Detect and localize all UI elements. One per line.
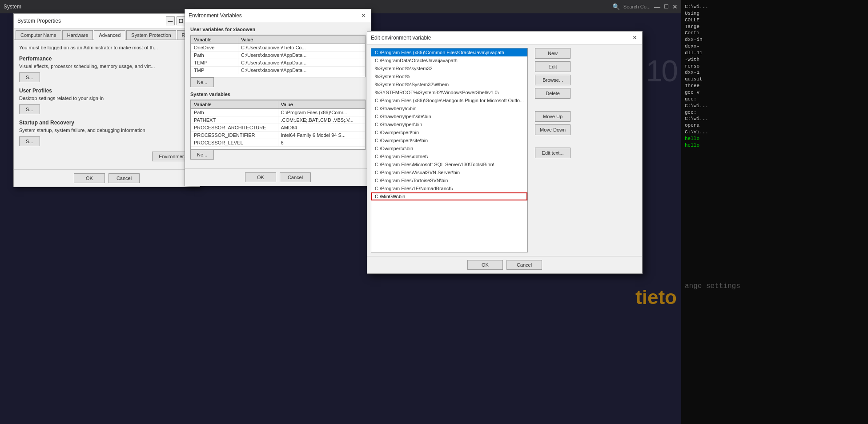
search-icon: 🔍 [612, 3, 620, 10]
edit-env-item[interactable]: C:\Dwimperl\perl\bin [371, 128, 527, 136]
user-var-row[interactable]: TEMP C:\Users\xiaoowen\AppData... [191, 59, 365, 67]
move-up-button[interactable]: Move Up [535, 111, 571, 122]
env-vars-cancel-button[interactable]: Cancel [280, 172, 311, 182]
user-var-value: C:\Users\xiaoowen\AppData... [238, 52, 365, 59]
user-var-name: Path [191, 52, 238, 59]
terminal-background: C:\Wi... Using COLLE Targe Confi dxx-in … [681, 0, 868, 424]
sys-table-header-variable: Variable [191, 100, 278, 109]
user-var-row[interactable]: Path C:\Users\xiaoowen\AppData... [191, 52, 365, 59]
edit-env-item[interactable]: %SystemRoot%\System32\Wbem [371, 80, 527, 88]
user-profiles-settings-button[interactable]: S... [19, 104, 40, 114]
terminal-line: dxx-in [685, 36, 864, 43]
close-window-button[interactable]: ✕ [672, 3, 678, 10]
system-props-cancel-button[interactable]: Cancel [108, 173, 140, 183]
system-new-button[interactable]: Ne... [190, 150, 214, 160]
user-variables-section-title: User variables for xiaoowen [190, 27, 366, 32]
system-variables-table-wrapper: Variable Value Path C:\Program Files (x8… [190, 100, 366, 150]
edit-env-item[interactable]: %SystemRoot% [371, 72, 527, 80]
edit-env-close-button[interactable]: × [631, 34, 639, 41]
tab-computer-name[interactable]: Computer Name [16, 30, 61, 40]
startup-settings-button[interactable]: S... [19, 136, 40, 146]
edit-env-list[interactable]: C:\Program Files (x86)\Common Files\Orac… [371, 48, 528, 252]
edit-env-ok-button[interactable]: OK [467, 260, 503, 270]
edit-env-item[interactable]: C:\Program Files\Microsoft SQL Server\13… [371, 160, 527, 168]
system-variables-section-title: System variables [190, 92, 366, 97]
user-var-row[interactable]: OneDrive C:\Users\xiaoowen\Tieto Co... [191, 44, 365, 52]
move-down-button[interactable]: Move Down [535, 124, 571, 135]
edit-env-titlebar: Edit environment variable × [367, 32, 642, 44]
tab-advanced[interactable]: Advanced [94, 30, 125, 40]
sys-var-name: PATHEXT [191, 116, 278, 124]
sys-var-row[interactable]: PROCESSOR_LEVEL 6 [191, 139, 365, 147]
edit-env-cancel-button[interactable]: Cancel [506, 260, 542, 270]
sys-var-row[interactable]: Path C:\Program Files (x86)\Comr... [191, 109, 365, 116]
search-placeholder: Search Co... [623, 4, 651, 9]
edit-env-item[interactable]: %SYSTEMROOT%\System32\WindowsPowerShell\… [371, 88, 527, 96]
system-props-minimize[interactable]: ― [166, 16, 175, 25]
sys-var-name: Path [191, 109, 278, 116]
terminal-line: renso [685, 63, 864, 70]
performance-desc: Visual effects, processor scheduling, me… [19, 64, 194, 69]
admin-text: You must be logged on as an Administrato… [19, 44, 194, 51]
system-props-maximize[interactable]: ☐ [177, 16, 185, 25]
delete-env-button[interactable]: Delete [535, 88, 571, 99]
edit-env-item[interactable]: %SystemRoot%\system32 [371, 64, 527, 72]
user-var-name: OneDrive [191, 44, 238, 52]
user-var-row[interactable]: TMP C:\Users\xiaoowen\AppData... [191, 67, 365, 74]
terminal-line: Targe [685, 24, 864, 30]
terminal-line: C:\Wi... [685, 4, 864, 10]
user-new-button[interactable]: Ne... [190, 77, 214, 87]
performance-heading: Performance [19, 56, 194, 62]
edit-env-item[interactable]: C:\Strawberry\c\bin [371, 104, 527, 112]
system-props-content: You must be logged on as an Administrato… [14, 40, 200, 169]
tieto-brand: tieto [635, 286, 677, 308]
edit-env-item[interactable]: C:\Strawberry\perl\site\bin [371, 112, 527, 120]
startup-heading: Startup and Recovery [19, 120, 194, 126]
user-var-value: C:\Users\xiaoowen\AppData... [238, 67, 365, 74]
env-vars-ok-button[interactable]: OK [245, 172, 276, 182]
edit-env-item[interactable]: C:\ProgramData\Oracle\Java\javapath [371, 56, 527, 64]
edit-env-item[interactable]: C:\Strawberry\perl\bin [371, 120, 527, 128]
terminal-line: -with [685, 56, 864, 63]
sys-var-row[interactable]: PATHEXT .COM;.EXE;.BAT;.CMD;.VBS;.V... [191, 116, 365, 124]
terminal-line: hello [685, 142, 864, 149]
edit-env-item[interactable]: C:\Program Files\TortoiseSVN\bin [371, 176, 527, 184]
edit-env-item[interactable]: C:\Program Files\1E\NomadBranch\ [371, 184, 527, 192]
edit-env-item[interactable]: C:\Program Files\VisualSVN Server\bin [371, 168, 527, 176]
tab-system-protection[interactable]: System Protection [126, 30, 176, 40]
environment-variables-dialog: Environment Variables × User variables f… [185, 9, 371, 186]
sys-var-row[interactable]: PROCESSOR_ARCHITECTURE AMD64 [191, 124, 365, 132]
terminal-line: opera [685, 122, 864, 129]
browse-env-button[interactable]: Browse... [535, 75, 571, 85]
terminal-line: Using [685, 10, 864, 17]
edit-env-item[interactable]: C:\Dwimperl\perl\site\bin [371, 136, 527, 144]
maximize-button[interactable]: ☐ [664, 4, 669, 10]
edit-env-button[interactable]: Edit [535, 61, 571, 72]
edit-env-item[interactable]: C:\Dwimperl\c\bin [371, 144, 527, 152]
edit-env-item-editing[interactable] [371, 192, 527, 200]
performance-settings-button[interactable]: S... [19, 72, 40, 82]
terminal-line: C:\Vi... [685, 129, 864, 136]
minimize-button[interactable]: ― [654, 3, 660, 10]
env-vars-titlebar: Environment Variables × [185, 9, 371, 22]
tab-hardware[interactable]: Hardware [62, 30, 93, 40]
sys-table-header-value: Value [278, 100, 365, 109]
edit-env-item[interactable]: C:\Program Files\dotnet\ [371, 152, 527, 160]
user-profiles-heading: User Profiles [19, 88, 194, 94]
edit-env-input[interactable] [375, 194, 524, 199]
system-vars-buttons: Ne... [190, 150, 366, 160]
user-variables-table: Variable Value OneDrive C:\Users\xiaoowe… [191, 35, 365, 74]
sys-var-row[interactable]: PROCESSOR_IDENTIFIER Intel64 Family 6 Mo… [191, 132, 365, 139]
system-props-ok-button[interactable]: OK [74, 173, 105, 183]
system-title: System [4, 4, 21, 10]
edit-text-button[interactable]: Edit text... [535, 148, 571, 158]
new-env-button[interactable]: New [535, 48, 571, 59]
env-vars-close-button[interactable]: × [360, 12, 367, 19]
user-profiles-desc: Desktop settings related to your sign-in [19, 96, 194, 101]
env-vars-content: User variables for xiaoowen Variable Val… [185, 22, 371, 168]
edit-env-item[interactable]: C:\Program Files (x86)\Google\Hangouts P… [371, 96, 527, 104]
terminal-line: Three [685, 83, 864, 89]
system-variables-table: Variable Value Path C:\Program Files (x8… [191, 100, 365, 147]
edit-env-item[interactable]: C:\Program Files (x86)\Common Files\Orac… [371, 48, 527, 56]
system-props-titlebar: System Properties ― ☐ ✕ [14, 14, 200, 28]
